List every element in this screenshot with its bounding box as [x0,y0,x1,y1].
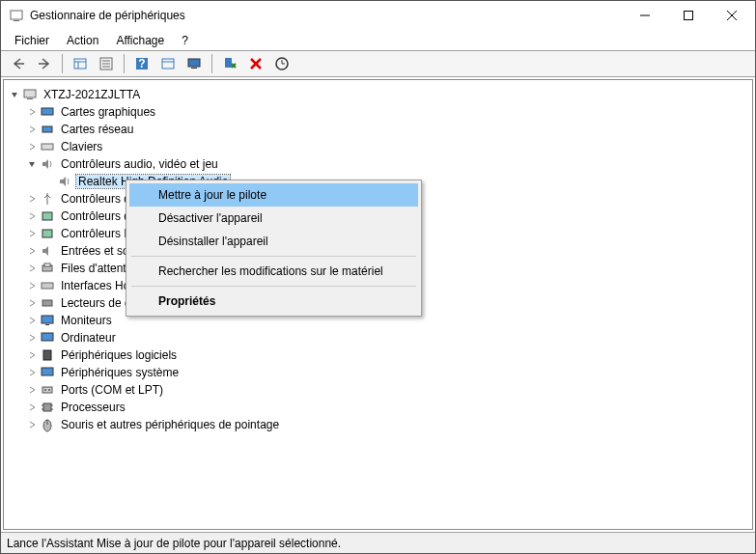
properties-button[interactable] [95,52,118,75]
storage-controller-icon [40,208,55,224]
tree-item[interactable]: Cartes graphiques [25,103,748,121]
display-adapter-icon [40,104,55,120]
tree-item[interactable]: Claviers [25,138,748,155]
chevron-right-icon[interactable] [25,245,38,258]
chevron-right-icon[interactable] [25,141,38,153]
close-button[interactable] [710,2,753,30]
ctx-uninstall-device[interactable]: Désinstaller l'appareil [129,230,418,253]
title-bar: Gestionnaire de périphériques [1,1,755,30]
update-button[interactable] [270,52,294,75]
scan-button[interactable] [182,52,206,75]
tree-item[interactable]: Ports (COM et LPT) [25,381,748,399]
delete-button[interactable] [244,52,267,75]
enable-button[interactable] [218,52,241,75]
toolbar-separator [211,54,212,73]
svg-rect-17 [188,59,200,67]
context-menu: Mettre à jour le pilote Désactiver l'app… [126,180,422,317]
computer-icon [22,87,38,102]
window-title: Gestionnaire de périphériques [30,9,623,22]
tree-root[interactable]: XTZJ-2021ZJLTTA [8,86,748,103]
ctx-disable-device[interactable]: Désactiver l'appareil [129,207,418,230]
chevron-right-icon[interactable] [25,332,38,345]
tree-item[interactable]: Périphériques système [25,364,748,381]
svg-rect-28 [42,212,52,220]
chevron-right-icon[interactable] [25,384,38,397]
tree-item[interactable]: Périphériques logiciels [25,346,748,364]
svg-rect-19 [225,58,232,68]
chevron-right-icon[interactable] [25,228,38,240]
enable-icon [222,56,238,71]
arrow-left-icon [11,56,26,71]
ctx-properties[interactable]: Propriétés [129,290,418,313]
chevron-right-icon[interactable] [25,402,38,414]
chevron-right-icon[interactable] [25,210,38,223]
tree-item[interactable]: Cartes réseau [25,121,748,138]
ctx-separator [131,256,416,257]
ide-controller-icon [40,226,55,241]
chevron-right-icon[interactable] [25,193,38,206]
svg-rect-33 [42,300,52,306]
app-icon [9,8,24,23]
tree-item[interactable]: Ordinateur [25,329,748,346]
show-hide-button[interactable] [69,52,92,75]
chevron-down-icon[interactable] [25,158,38,171]
chevron-right-icon[interactable] [25,124,38,136]
help-button[interactable]: ? [130,52,154,75]
menu-file[interactable]: Fichier [7,32,57,49]
svg-rect-24 [27,98,33,99]
ctx-update-driver[interactable]: Mettre à jour le pilote [129,183,418,207]
cpu-icon [40,400,55,415]
svg-rect-18 [191,68,197,69]
svg-rect-38 [42,368,53,375]
chevron-right-icon[interactable] [25,349,38,362]
maximize-button[interactable] [666,2,710,30]
chevron-right-icon[interactable] [25,315,38,327]
chevron-right-icon[interactable] [25,280,38,292]
monitor-icon [40,313,55,328]
menu-view[interactable]: Affichage [108,32,172,49]
chevron-right-icon[interactable] [25,263,38,275]
forward-button[interactable] [33,52,56,75]
svg-rect-27 [42,144,53,150]
list-view-button[interactable] [156,52,180,75]
update-icon [274,56,290,71]
svg-rect-3 [684,12,692,20]
usb-icon [40,191,55,207]
menu-help[interactable]: ? [174,32,196,49]
ctx-separator [131,286,416,287]
tree-item-audio[interactable]: Contrôleurs audio, vidéo et jeu [25,155,748,173]
software-device-icon [40,347,55,363]
ports-icon [40,382,55,398]
tree-item[interactable]: Souris et autres périphériques de pointa… [25,416,748,433]
tree-item[interactable]: Processeurs [25,399,748,416]
arrow-right-icon [37,56,52,71]
chevron-right-icon[interactable] [25,106,38,119]
toolbar-separator [62,54,63,73]
toolbar-separator [124,54,125,73]
status-bar: Lance l'Assistant Mise à jour de pilote … [1,532,755,553]
properties-icon [98,56,114,71]
close-icon [727,11,737,20]
svg-rect-25 [42,108,53,115]
svg-rect-32 [42,283,53,289]
svg-rect-36 [42,333,53,341]
audio-io-icon [40,243,55,259]
svg-rect-6 [74,59,86,69]
back-button[interactable] [7,52,30,75]
device-tree[interactable]: XTZJ-2021ZJLTTA Cartes graphiques Cartes… [3,79,753,530]
svg-rect-26 [42,126,52,132]
svg-point-40 [44,389,46,391]
minimize-button[interactable] [623,2,666,30]
menu-action[interactable]: Action [59,32,106,49]
chevron-right-icon[interactable] [25,419,38,431]
ctx-scan-hardware[interactable]: Rechercher les modifications sur le maté… [129,260,418,283]
chevron-right-icon[interactable] [25,367,38,379]
svg-rect-35 [45,324,49,325]
svg-text:?: ? [138,57,145,70]
chevron-down-icon[interactable] [8,89,20,101]
menu-bar: Fichier Action Affichage ? [1,30,755,50]
svg-rect-0 [11,11,22,19]
chevron-right-icon[interactable] [25,297,38,310]
network-adapter-icon [40,122,55,137]
toolbar: ? [1,50,755,77]
